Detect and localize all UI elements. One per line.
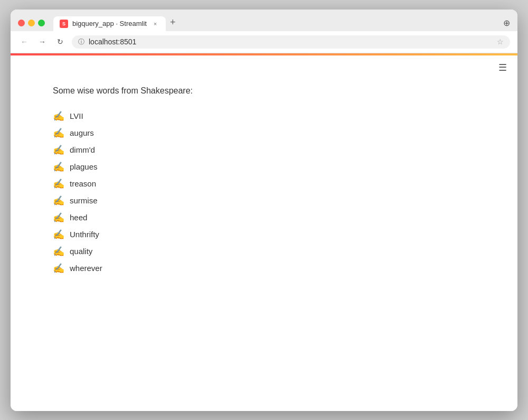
main-content: Some wise words from Shakespeare: ✍️LVII… <box>11 76 517 411</box>
extensions-icon[interactable]: ⊕ <box>503 18 510 28</box>
word-text: wherever <box>70 264 102 273</box>
tab-close-button[interactable]: × <box>151 20 159 28</box>
maximize-button[interactable] <box>38 20 45 26</box>
list-item: ✍️heed <box>53 212 486 223</box>
close-button[interactable] <box>18 20 25 26</box>
word-text: dimm'd <box>70 145 95 154</box>
reload-button[interactable]: ↻ <box>54 35 67 48</box>
back-button[interactable]: ← <box>18 35 31 48</box>
word-emoji-icon: ✍️ <box>53 178 64 190</box>
list-item: ✍️Unthrifty <box>53 229 486 240</box>
address-bar[interactable]: ⓘ localhost:8501 ☆ <box>72 35 510 49</box>
tab-favicon: S <box>60 20 68 28</box>
word-emoji-icon: ✍️ <box>53 263 64 274</box>
traffic-lights <box>18 20 45 26</box>
tab-bar: S bigquery_app · Streamlit × + <box>53 15 499 31</box>
word-emoji-icon: ✍️ <box>53 161 64 173</box>
list-item: ✍️surmise <box>53 195 486 207</box>
word-text: augurs <box>70 128 94 137</box>
hamburger-menu-icon[interactable]: ☰ <box>498 62 507 73</box>
bookmark-icon[interactable]: ☆ <box>497 38 504 46</box>
word-emoji-icon: ✍️ <box>53 212 64 223</box>
word-emoji-icon: ✍️ <box>53 110 64 122</box>
word-text: quality <box>70 247 92 256</box>
lock-icon: ⓘ <box>78 38 84 46</box>
list-item: ✍️augurs <box>53 127 486 139</box>
list-item: ✍️wherever <box>53 263 486 274</box>
streamlit-menu-bar: ☰ <box>11 55 517 76</box>
page-heading: Some wise words from Shakespeare: <box>53 86 486 96</box>
word-text: Unthrifty <box>70 230 99 239</box>
list-item: ✍️treason <box>53 178 486 190</box>
list-item: ✍️LVII <box>53 110 486 122</box>
word-text: treason <box>70 179 96 188</box>
word-emoji-icon: ✍️ <box>53 246 64 257</box>
title-bar: S bigquery_app · Streamlit × + ⊕ <box>11 10 517 31</box>
browser-controls: ← → ↻ ⓘ localhost:8501 ☆ <box>11 31 517 53</box>
active-tab[interactable]: S bigquery_app · Streamlit × <box>53 16 166 31</box>
forward-button[interactable]: → <box>36 35 49 48</box>
word-emoji-icon: ✍️ <box>53 229 64 240</box>
word-emoji-icon: ✍️ <box>53 195 64 207</box>
list-item: ✍️plagues <box>53 161 486 173</box>
word-text: surmise <box>70 196 98 205</box>
word-text: heed <box>70 213 87 222</box>
list-item: ✍️quality <box>53 246 486 257</box>
word-emoji-icon: ✍️ <box>53 127 64 139</box>
browser-window: S bigquery_app · Streamlit × + ⊕ ← → ↻ ⓘ… <box>11 10 517 411</box>
word-emoji-icon: ✍️ <box>53 144 64 156</box>
new-tab-button[interactable]: + <box>166 15 180 30</box>
word-text: plagues <box>70 162 98 171</box>
tab-title: bigquery_app · Streamlit <box>72 20 147 27</box>
list-item: ✍️dimm'd <box>53 144 486 156</box>
address-text: localhost:8501 <box>89 38 493 46</box>
word-text: LVII <box>70 111 83 120</box>
minimize-button[interactable] <box>28 20 35 26</box>
word-list: ✍️LVII✍️augurs✍️dimm'd✍️plagues✍️treason… <box>53 110 486 274</box>
